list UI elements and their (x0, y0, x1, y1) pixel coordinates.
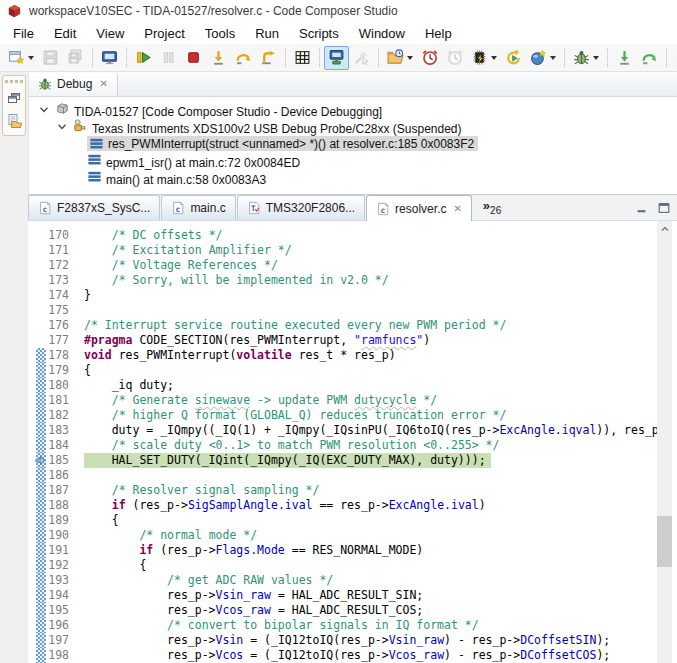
line-number[interactable]: 173 (46, 273, 78, 288)
range-indicator[interactable] (36, 498, 46, 513)
line-number[interactable]: 196 (46, 618, 78, 633)
line-number[interactable]: 195 (46, 603, 78, 618)
code-text[interactable]: { (84, 363, 91, 378)
new-wizard-button[interactable] (4, 46, 38, 70)
globe-new-button[interactable] (526, 46, 560, 70)
chevron-down-icon[interactable] (407, 56, 413, 60)
line-number[interactable]: 172 (46, 258, 78, 273)
range-indicator[interactable] (36, 258, 46, 273)
code-text[interactable]: /* Interrupt service routine executed ev… (84, 318, 506, 333)
range-indicator[interactable] (36, 228, 46, 243)
range-indicator[interactable] (36, 543, 46, 558)
minimize-icon[interactable] (633, 199, 651, 217)
clock-red-button[interactable] (417, 46, 442, 70)
range-indicator[interactable] (36, 513, 46, 528)
menu-help[interactable]: Help (415, 24, 462, 43)
code-text[interactable]: res_p->Vsin = (_IQ12toIQ(res_p->Vsin_raw… (84, 633, 610, 648)
drag-grip-icon[interactable] (5, 78, 23, 85)
hammer-button[interactable] (671, 46, 677, 70)
menu-scripts[interactable]: Scripts (289, 24, 349, 43)
code-text[interactable]: /* DC offsets */ (84, 228, 222, 243)
code-text[interactable]: res_p->Vcos = (_IQ12toIQ(res_p->Vcos_raw… (84, 648, 610, 663)
line-number[interactable]: 182 (46, 408, 78, 423)
code-text[interactable]: /* Generate sinewave -> update PWM dutyc… (84, 393, 437, 408)
step-into-button[interactable] (206, 46, 231, 70)
line-number[interactable]: 181 (46, 393, 78, 408)
bug-button[interactable] (569, 46, 603, 70)
range-indicator[interactable] (36, 573, 46, 588)
line-number[interactable]: 175 (46, 303, 78, 318)
line-number[interactable]: 178 (46, 348, 78, 363)
code-text[interactable]: /* higher Q format (GLOBAL_Q) reduces tr… (84, 408, 506, 423)
range-indicator[interactable] (36, 558, 46, 573)
chevron-down-icon[interactable] (550, 56, 556, 60)
project-explorer-icon[interactable] (4, 111, 24, 131)
line-number[interactable]: 192 (46, 558, 78, 573)
line-number[interactable]: 185 (46, 453, 78, 468)
vertical-scrollbar[interactable] (657, 221, 672, 663)
range-indicator[interactable] (36, 363, 46, 378)
code-text[interactable]: HAL_SET_DUTY(_IQint(_IQmpy(_IQ(EXC_DUTY_… (84, 453, 491, 468)
line-number[interactable]: 170 (46, 228, 78, 243)
range-indicator[interactable] (36, 243, 46, 258)
range-indicator[interactable] (36, 633, 46, 648)
clock-gray-button[interactable] (442, 46, 467, 70)
range-indicator[interactable] (36, 648, 46, 663)
registers-button[interactable] (290, 46, 315, 70)
line-number[interactable]: 197 (46, 633, 78, 648)
range-indicator[interactable] (36, 318, 46, 333)
code-text[interactable]: } (84, 288, 91, 303)
range-indicator[interactable] (36, 303, 46, 318)
tab-tms320f2806-[interactable]: TTMS320F2806... (237, 195, 365, 220)
menu-run[interactable]: Run (245, 24, 289, 43)
code-text[interactable]: /* Excitation Amplifier */ (84, 243, 292, 258)
debug-view-tab[interactable]: Debug ✕ (29, 73, 118, 96)
tab-overflow-chevron[interactable]: » 26 (483, 200, 501, 216)
close-icon[interactable]: ✕ (97, 79, 107, 89)
range-indicator[interactable] (36, 273, 46, 288)
line-number[interactable]: 198 (46, 648, 78, 663)
code-text[interactable]: { (84, 558, 146, 573)
code-text[interactable]: res_p->Vcos_raw = HAL_ADC_RESULT_COS; (84, 603, 423, 618)
line-number[interactable]: 177 (46, 333, 78, 348)
code-text[interactable]: /* Resolver signal sampling */ (84, 483, 319, 498)
step-over-button[interactable] (231, 46, 256, 70)
code-text[interactable]: if (res_p->SigSamplAngle.ival == res_p->… (84, 498, 486, 513)
line-number[interactable]: 188 (46, 498, 78, 513)
tab-f2837xs-sysc-[interactable]: cF2837xS_SysC... (28, 195, 160, 220)
connect-target-button[interactable] (324, 46, 349, 70)
resume-button[interactable] (131, 46, 156, 70)
line-number[interactable]: 187 (46, 483, 78, 498)
code-text[interactable]: #pragma CODE_SECTION(res_PWMInterrupt, "… (84, 333, 430, 348)
code-text[interactable]: /* scale duty <0..1> to match PWM resolu… (84, 438, 499, 453)
tab-resolver-c[interactable]: cresolver.c✕ (366, 195, 472, 221)
close-icon[interactable]: ✕ (451, 204, 461, 214)
code-text[interactable]: /* get ADC RAW values */ (84, 573, 333, 588)
menu-edit[interactable]: Edit (44, 24, 86, 43)
code-editor[interactable]: 170 /* DC offsets */171 /* Excitation Am… (28, 221, 677, 663)
line-number[interactable]: 179 (46, 363, 78, 378)
range-indicator[interactable] (36, 453, 46, 468)
range-indicator[interactable] (36, 603, 46, 618)
line-number[interactable]: 171 (46, 243, 78, 258)
line-number[interactable]: 194 (46, 588, 78, 603)
terminate-button[interactable] (181, 46, 206, 70)
line-number[interactable]: 190 (46, 528, 78, 543)
line-number[interactable]: 174 (46, 288, 78, 303)
save-button[interactable] (38, 46, 63, 70)
step-return-button[interactable] (256, 46, 281, 70)
menu-project[interactable]: Project (134, 24, 194, 43)
folder-clock-button[interactable] (383, 46, 417, 70)
flash-chip-button[interactable] (467, 46, 501, 70)
line-number[interactable]: 186 (46, 468, 78, 483)
tab-main-c[interactable]: cmain.c (161, 195, 235, 220)
code-text[interactable]: { (84, 513, 119, 528)
code-text[interactable]: /* convert to bipolar signals in IQ form… (84, 618, 479, 633)
chevron-down-icon[interactable] (491, 56, 497, 60)
save-all-button[interactable] (63, 46, 88, 70)
line-number[interactable]: 183 (46, 423, 78, 438)
menu-view[interactable]: View (86, 24, 134, 43)
code-text[interactable]: /* Sorry, will be implemented in v2.0 */ (84, 273, 389, 288)
line-number[interactable]: 180 (46, 378, 78, 393)
code-text[interactable]: /* normal mode */ (84, 528, 257, 543)
